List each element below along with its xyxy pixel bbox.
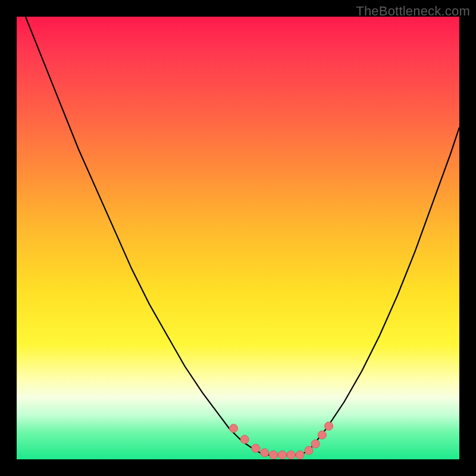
marker-point	[278, 451, 286, 459]
marker-point	[252, 444, 260, 452]
marker-point	[296, 451, 304, 459]
watermark-text: TheBottleneck.com	[356, 4, 470, 19]
marker-point	[325, 422, 333, 430]
marker-point	[318, 431, 326, 439]
marker-point	[287, 451, 295, 459]
bottleneck-curve	[26, 17, 459, 455]
plot-area	[17, 17, 459, 459]
chart-svg	[17, 17, 459, 459]
marker-point	[240, 436, 249, 444]
marker-group	[230, 422, 333, 459]
marker-point	[311, 440, 320, 448]
marker-point	[305, 446, 313, 455]
chart-frame: TheBottleneck.com	[0, 0, 476, 476]
marker-point	[230, 424, 238, 433]
marker-point	[270, 451, 278, 459]
marker-point	[261, 449, 269, 457]
